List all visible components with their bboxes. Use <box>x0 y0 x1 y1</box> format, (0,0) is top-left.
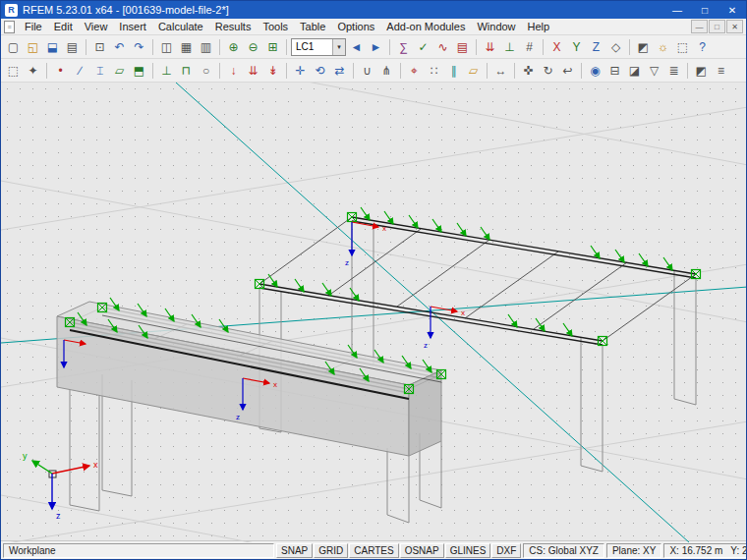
rotate-button[interactable]: ⟲ <box>311 61 329 80</box>
menu-window[interactable]: Window <box>471 20 521 33</box>
member-load-button[interactable]: ⇊ <box>244 61 262 80</box>
render-mode-button[interactable]: ◩ <box>692 61 711 80</box>
nodal-load-button[interactable]: ↓ <box>224 61 243 80</box>
member-button[interactable]: ⌶ <box>90 61 109 80</box>
select-button[interactable]: ⬚ <box>4 61 23 80</box>
grid-button[interactable]: ∷ <box>425 61 443 80</box>
copy-button[interactable]: ⊡ <box>90 37 109 56</box>
workplane-button[interactable]: ▱ <box>464 61 483 80</box>
menu-edit[interactable]: Edit <box>48 20 79 33</box>
move-copy-button[interactable]: ✛ <box>291 61 310 80</box>
surface-button[interactable]: ▱ <box>110 61 129 80</box>
show-loads-button[interactable]: ⇊ <box>481 37 499 56</box>
load-arrow-icon[interactable] <box>432 219 441 232</box>
toggle-snap[interactable]: SNAP <box>276 543 313 558</box>
redo-button[interactable]: ↷ <box>130 37 148 56</box>
print-button[interactable]: ▤ <box>63 37 82 56</box>
close-button[interactable]: ✕ <box>718 1 746 19</box>
light-button[interactable]: ☼ <box>654 37 672 56</box>
node-button[interactable]: • <box>51 61 70 80</box>
open-file-button[interactable]: ◱ <box>24 37 42 56</box>
load-arrow-icon[interactable] <box>481 227 489 240</box>
rotate-view-button[interactable]: ↻ <box>539 61 557 80</box>
show-supports-button[interactable]: ⊥ <box>500 37 519 56</box>
solid-button[interactable]: ⬒ <box>130 61 148 80</box>
help-button[interactable]: ? <box>693 37 712 56</box>
select-special-button[interactable]: ✦ <box>24 61 42 80</box>
maximize-button[interactable]: □ <box>691 1 718 19</box>
mdi-restore-button[interactable]: □ <box>709 20 725 33</box>
zoom-window-button[interactable]: ⊞ <box>263 37 282 56</box>
pan-button[interactable]: ✜ <box>519 61 538 80</box>
viewport[interactable]: x z x z <box>1 83 746 540</box>
toggle-glines[interactable]: GLINES <box>445 543 491 558</box>
menu-view[interactable]: View <box>79 20 114 33</box>
clipping-plane-button[interactable]: ⬚ <box>673 37 692 56</box>
load-arrow-icon[interactable] <box>268 274 277 287</box>
view-y-button[interactable]: Y <box>567 37 586 56</box>
menu-results[interactable]: Results <box>209 20 258 33</box>
line-support-button[interactable]: ⊓ <box>177 61 196 80</box>
check-model-button[interactable]: ✓ <box>414 37 432 56</box>
panel-button[interactable]: ▥ <box>197 37 215 56</box>
numbering-button[interactable]: # <box>520 37 539 56</box>
load-arrow-icon[interactable] <box>409 215 418 228</box>
measure-button[interactable]: ↔ <box>491 61 510 80</box>
surface-load-button[interactable]: ↡ <box>263 61 282 80</box>
project-navigator-button[interactable]: ◫ <box>157 37 176 56</box>
filter-button[interactable]: ▽ <box>645 61 663 80</box>
toggle-osnap[interactable]: OSNAP <box>400 543 444 558</box>
line-button[interactable]: ∕ <box>71 61 89 80</box>
section-button[interactable]: ⊟ <box>605 61 624 80</box>
load-arrows[interactable] <box>268 207 672 336</box>
mdi-close-button[interactable]: ✕ <box>726 20 743 33</box>
load-case-selector[interactable]: LC1▾ <box>291 38 346 56</box>
nodal-support-button[interactable]: ⊥ <box>157 61 176 80</box>
load-arrow-icon[interactable] <box>322 283 331 296</box>
mirror-button[interactable]: ⇄ <box>330 61 349 80</box>
toggle-cartes[interactable]: CARTES <box>349 543 398 558</box>
structure-left[interactable]: x z <box>57 298 446 523</box>
toggle-dxf[interactable]: DXF <box>491 543 521 558</box>
model-canvas[interactable]: x z x z <box>1 83 747 542</box>
member-hinge-button[interactable]: ○ <box>197 61 215 80</box>
mdi-minimize-button[interactable]: — <box>691 20 708 33</box>
menu-options[interactable]: Options <box>331 20 380 33</box>
load-arrow-icon[interactable] <box>457 223 466 236</box>
isolate-button[interactable]: ◪ <box>625 61 644 80</box>
load-arrow-icon[interactable] <box>663 257 672 270</box>
connect-lines-button[interactable]: ∪ <box>358 61 376 80</box>
settings-button[interactable]: ≡ <box>712 61 730 80</box>
visibility-button[interactable]: ◉ <box>586 61 604 80</box>
menu-tools[interactable]: Tools <box>257 20 294 33</box>
isometric-view-button[interactable]: ◇ <box>606 37 625 56</box>
document-icon[interactable]: ≡ <box>4 21 15 33</box>
save-button[interactable]: ⬓ <box>43 37 62 56</box>
previous-load-case-button[interactable]: ◄ <box>347 37 366 56</box>
menu-help[interactable]: Help <box>522 20 556 33</box>
next-load-case-button[interactable]: ► <box>367 37 385 56</box>
cross-beams[interactable] <box>259 217 696 341</box>
menu-insert[interactable]: Insert <box>113 20 152 33</box>
view-z-button[interactable]: Z <box>587 37 605 56</box>
title-bar[interactable]: R RFEM 5.23.01 x64 - [001639-model-file-… <box>1 1 746 19</box>
new-file-button[interactable]: ▢ <box>4 37 23 56</box>
zoom-in-button[interactable]: ⊕ <box>224 37 243 56</box>
menu-calculate[interactable]: Calculate <box>152 20 209 33</box>
tables-button[interactable]: ▦ <box>177 37 196 56</box>
load-arrow-icon[interactable] <box>361 207 370 220</box>
load-arrow-icon[interactable] <box>536 318 545 331</box>
view-x-button[interactable]: X <box>547 37 566 56</box>
previous-view-button[interactable]: ↩ <box>558 61 577 80</box>
undo-button[interactable]: ↶ <box>110 37 129 56</box>
show-results-button[interactable]: ∿ <box>433 37 452 56</box>
snap-button[interactable]: ⌖ <box>405 61 424 80</box>
layers-button[interactable]: ≣ <box>664 61 683 80</box>
calculate-button[interactable]: ∑ <box>394 37 413 56</box>
dropdown-arrow-icon[interactable]: ▾ <box>332 39 345 55</box>
menu-file[interactable]: File <box>19 20 48 33</box>
divide-member-button[interactable]: ⋔ <box>377 61 396 80</box>
toggle-grid[interactable]: GRID <box>314 543 348 558</box>
minimize-button[interactable]: — <box>663 1 691 19</box>
guidelines-button[interactable]: ∥ <box>444 61 463 80</box>
